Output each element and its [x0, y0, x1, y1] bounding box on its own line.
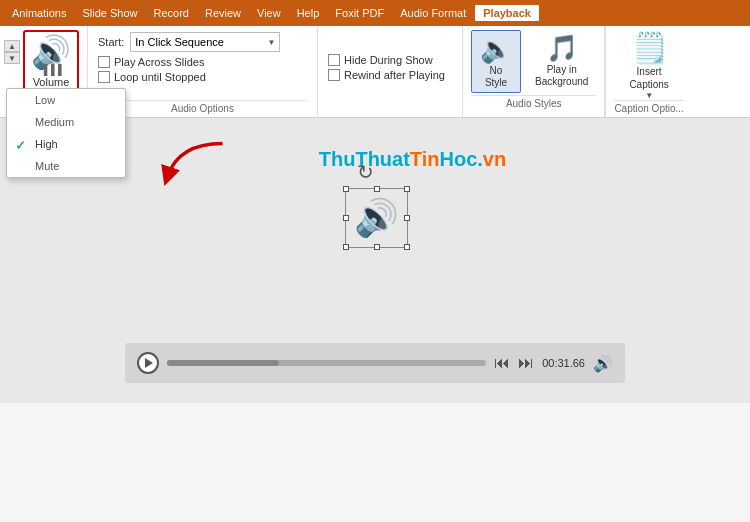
forward-button[interactable]: ⏭ [518, 354, 534, 372]
captions-icon: 🗒️ [631, 30, 668, 65]
menubar-item-review[interactable]: Review [197, 5, 249, 21]
handle-br[interactable] [404, 244, 410, 250]
hide-rewind-spacer [328, 83, 452, 117]
dropdown-item-mute[interactable]: Mute [7, 155, 125, 177]
audio-styles-section: 🔈 NoStyle 🎵 Play inBackground Audio Styl… [463, 26, 605, 117]
watermark-thu: Thu [319, 148, 356, 170]
check-mark-icon: ✓ [15, 138, 26, 153]
handle-mr[interactable] [404, 215, 410, 221]
audio-options-label: Audio Options [98, 100, 307, 117]
play-across-checkbox[interactable] [98, 56, 110, 68]
play-in-background-button[interactable]: 🎵 Play inBackground [527, 30, 596, 93]
scroll-down-button[interactable]: ▼ [4, 52, 20, 64]
volume-dropdown: Low Medium ✓ High Mute [6, 88, 126, 178]
style-buttons: 🔈 NoStyle 🎵 Play inBackground [471, 30, 596, 93]
play-triangle-icon [145, 358, 153, 368]
caption-options-label: Caption Optio... [614, 100, 683, 117]
speaker-icon-slide: 🔊 [354, 197, 399, 239]
hide-label: Hide During Show [344, 54, 433, 66]
menubar-item-slideshow[interactable]: Slide Show [74, 5, 145, 21]
menubar-item-help[interactable]: Help [289, 5, 328, 21]
speaker-container: ↻ 🔊 [345, 188, 408, 248]
watermark-tin: Tin [410, 148, 440, 170]
dropdown-item-medium[interactable]: Medium [7, 111, 125, 133]
scroll-buttons: ▲ ▼ [4, 40, 20, 64]
play-across-label: Play Across Slides [114, 56, 204, 68]
start-row: Start: In Click Sequence ▼ [98, 32, 307, 52]
insert-captions-button[interactable]: 🗒️ InsertCaptions ▼ [629, 30, 668, 100]
captions-dropdown-arrow-icon: ▼ [645, 91, 653, 100]
play-bg-label: Play inBackground [535, 64, 588, 88]
hide-checkbox[interactable] [328, 54, 340, 66]
audio-player-bar: ⏮ ⏭ 00:31.66 🔊 [125, 343, 625, 383]
handle-bl[interactable] [343, 244, 349, 250]
rewind-label: Rewind after Playing [344, 69, 445, 81]
play-across-row: Play Across Slides [98, 56, 307, 68]
watermark: ThuThuatTinHoc.vn [319, 148, 506, 171]
play-bg-icon: 🎵 [546, 33, 578, 64]
selection-box: 🔊 [345, 188, 408, 248]
no-style-icon: 🔈 [480, 34, 512, 65]
rewind-button[interactable]: ⏮ [494, 354, 510, 372]
handle-ml[interactable] [343, 215, 349, 221]
menubar: Animations Slide Show Record Review View… [0, 0, 750, 26]
watermark-thuat: Thuat [355, 148, 409, 170]
menubar-item-animations[interactable]: Animations [4, 5, 74, 21]
volume-bars-icon: ▐▐▐ [40, 64, 61, 75]
volume-icon-wrap: 🔊 ▐▐▐ [31, 36, 71, 75]
hide-row: Hide During Show [328, 54, 452, 66]
start-select-value: In Click Sequence [135, 36, 263, 48]
volume-label: Volume [33, 76, 70, 88]
start-select-arrow-icon: ▼ [267, 38, 275, 47]
loop-label: Loop until Stopped [114, 71, 206, 83]
menubar-item-audioformat[interactable]: Audio Format [392, 5, 474, 21]
play-button[interactable] [137, 352, 159, 374]
handle-bm[interactable] [374, 244, 380, 250]
start-label: Start: [98, 36, 124, 48]
dropdown-item-high[interactable]: ✓ High [7, 133, 125, 155]
audio-styles-label: Audio Styles [471, 95, 596, 112]
progress-bar[interactable] [167, 360, 486, 366]
rewind-checkbox[interactable] [328, 69, 340, 81]
rewind-row: Rewind after Playing [328, 69, 452, 81]
watermark-vn: vn [483, 148, 506, 170]
handle-tm[interactable] [374, 186, 380, 192]
red-arrow [155, 138, 235, 193]
handle-tl[interactable] [343, 186, 349, 192]
handle-tr[interactable] [404, 186, 410, 192]
speaker-volume-icon[interactable]: 🔊 [593, 354, 613, 373]
loop-checkbox[interactable] [98, 71, 110, 83]
dropdown-item-low[interactable]: Low [7, 89, 125, 111]
progress-fill [167, 360, 279, 366]
insert-captions-label: InsertCaptions [629, 65, 668, 91]
menubar-item-playback[interactable]: Playback [474, 4, 540, 22]
no-style-button[interactable]: 🔈 NoStyle [471, 30, 521, 93]
menubar-item-record[interactable]: Record [145, 5, 196, 21]
high-label: High [35, 138, 58, 150]
menubar-item-foxitpdf[interactable]: Foxit PDF [327, 5, 392, 21]
no-style-label: NoStyle [485, 65, 507, 89]
menubar-item-view[interactable]: View [249, 5, 289, 21]
captions-section: 🗒️ InsertCaptions ▼ Caption Optio... [605, 26, 691, 117]
scroll-up-button[interactable]: ▲ [4, 40, 20, 52]
watermark-hoc: Hoc [440, 148, 478, 170]
start-select[interactable]: In Click Sequence ▼ [130, 32, 280, 52]
time-display: 00:31.66 [542, 357, 585, 369]
loop-row: Loop until Stopped [98, 71, 307, 83]
hide-rewind-section: Hide During Show Rewind after Playing [318, 26, 463, 117]
